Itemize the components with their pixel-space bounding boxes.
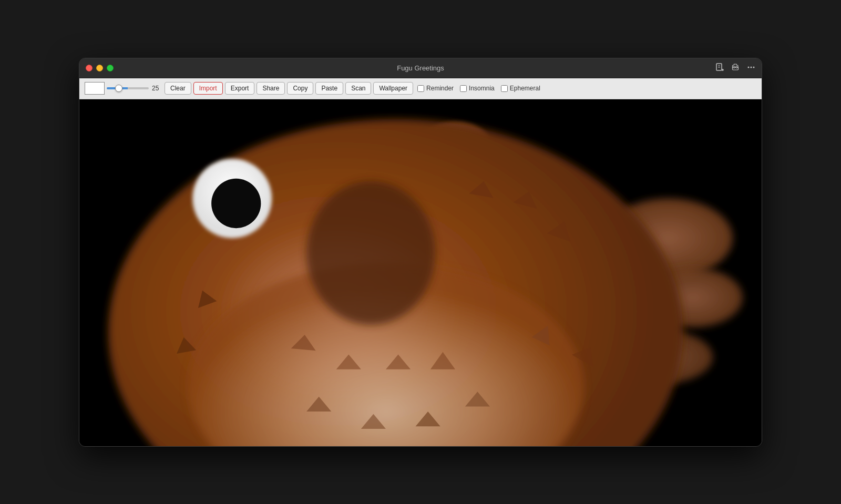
svg-point-6 <box>751 66 752 68</box>
checkbox-group: Reminder Insomnia Ephemeral <box>417 85 540 92</box>
svg-point-7 <box>753 66 755 68</box>
extension-icon[interactable] <box>731 63 740 73</box>
size-slider-container: 25 <box>107 85 162 92</box>
ephemeral-checkbox-label[interactable]: Ephemeral <box>501 85 540 92</box>
pufferfish-image <box>79 99 762 446</box>
insomnia-checkbox-label[interactable]: Insomnia <box>460 85 495 92</box>
more-icon[interactable] <box>747 63 755 73</box>
ephemeral-label: Ephemeral <box>510 85 540 92</box>
wallpaper-button[interactable]: Wallpaper <box>373 82 413 95</box>
minimize-button[interactable] <box>96 65 103 71</box>
reminder-checkbox-label[interactable]: Reminder <box>417 85 454 92</box>
insomnia-checkbox[interactable] <box>460 85 467 92</box>
titlebar: Fugu Greetings <box>79 58 762 78</box>
share-button[interactable]: Share <box>257 82 285 95</box>
color-picker[interactable] <box>85 82 105 95</box>
toolbar: 25 Clear Import Export Share Copy Paste … <box>79 78 762 99</box>
reminder-checkbox[interactable] <box>417 85 424 92</box>
svg-point-5 <box>748 66 750 68</box>
svg-point-17 <box>211 178 261 228</box>
window-title: Fugu Greetings <box>397 64 444 72</box>
close-button[interactable] <box>86 65 93 71</box>
svg-point-15 <box>306 181 435 324</box>
new-doc-icon[interactable] <box>715 63 724 73</box>
scan-button[interactable]: Scan <box>345 82 371 95</box>
export-button[interactable]: Export <box>225 82 255 95</box>
titlebar-actions <box>715 63 755 73</box>
size-slider[interactable] <box>107 87 149 89</box>
maximize-button[interactable] <box>107 65 114 71</box>
insomnia-label: Insomnia <box>469 85 495 92</box>
ephemeral-checkbox[interactable] <box>501 85 508 92</box>
clear-button[interactable]: Clear <box>165 82 191 95</box>
canvas-area[interactable] <box>79 99 762 446</box>
copy-button[interactable]: Copy <box>287 82 313 95</box>
import-button[interactable]: Import <box>193 82 223 95</box>
slider-value: 25 <box>152 85 162 92</box>
reminder-label: Reminder <box>426 85 454 92</box>
paste-button[interactable]: Paste <box>315 82 343 95</box>
traffic-lights <box>86 65 114 71</box>
app-window: Fugu Greetings <box>79 58 762 447</box>
